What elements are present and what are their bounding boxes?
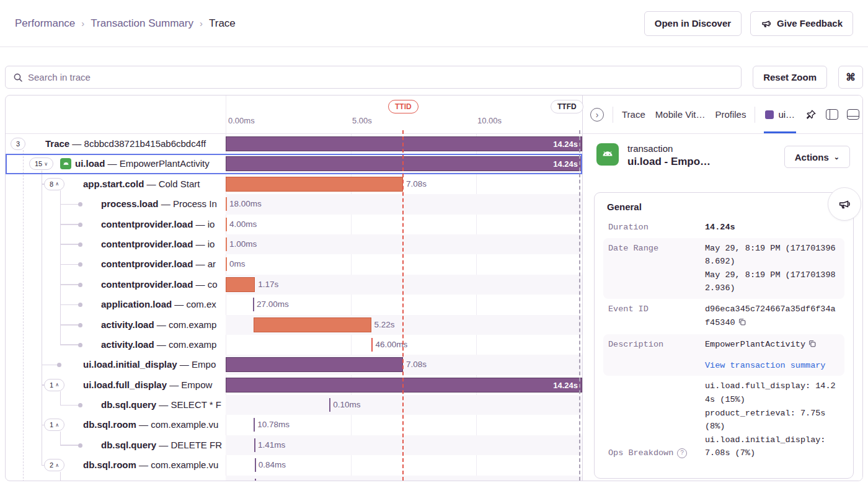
ttfd-marker-pill[interactable]: TTFD <box>551 100 583 113</box>
ops-breakdown-values: ui.load.full_display: 14.24s (15%)produc… <box>705 379 839 460</box>
span-duration-bar[interactable]: 14.24s <box>226 136 582 151</box>
tab-trace[interactable]: Trace <box>622 109 645 120</box>
span-duration-tick <box>226 237 227 251</box>
tree-guide <box>60 324 78 326</box>
megaphone-icon <box>838 197 851 211</box>
transaction-kind: transaction <box>627 143 784 154</box>
layout-left-icon[interactable] <box>826 109 838 120</box>
collapse-panel-icon[interactable]: › <box>590 108 604 122</box>
ttid-marker-pill[interactable]: TTID <box>388 100 418 113</box>
span-count-pill[interactable]: 2∧ <box>44 459 64 471</box>
span-count-label: 8 <box>50 180 53 188</box>
give-feedback-button[interactable]: Give Feedback <box>750 11 853 36</box>
duration-row: Duration 14.24s <box>603 217 844 238</box>
event-id-row: Event ID d96eca345c724667a35df6f34af4534… <box>603 299 844 334</box>
span-count-pill[interactable]: 8∧ <box>44 178 64 190</box>
span-duration-bar[interactable] <box>226 277 255 292</box>
row-stripe <box>226 275 582 295</box>
tab-mobile-vit-[interactable]: Mobile Vit… <box>655 109 706 120</box>
span-duration-label: 5.22s <box>374 315 395 335</box>
span-row[interactable]: db.sql.query — SELECT * F0.10ms <box>6 395 582 415</box>
span-name: ui.load.initial_display — Empo <box>83 355 226 375</box>
breadcrumb: Performance › Transaction Summary › Trac… <box>15 17 236 30</box>
span-duration-bar[interactable]: 14.24s <box>226 378 582 393</box>
android-icon <box>60 158 71 169</box>
breadcrumb-performance[interactable]: Performance <box>15 17 75 30</box>
span-name: ui.load — EmpowerPlantActivity <box>75 154 226 174</box>
span-row[interactable]: activity.load — com.examp46.00ms <box>6 335 582 355</box>
span-row[interactable]: contentprovider.load — ar0ms <box>6 254 582 274</box>
view-transaction-summary-link[interactable]: View transaction summary <box>705 359 825 373</box>
span-count-pill[interactable]: 3 <box>11 138 25 150</box>
search-input[interactable] <box>28 72 733 82</box>
span-duration-bar[interactable] <box>226 357 403 372</box>
span-count-pill[interactable]: 1∧ <box>44 419 64 431</box>
span-row[interactable]: process.load — Process In18.00ms <box>6 194 582 214</box>
span-count-pill[interactable]: 15∨ <box>29 157 53 170</box>
tree-guide-line <box>60 190 61 345</box>
tree-guide <box>42 365 57 366</box>
open-in-discover-button[interactable]: Open in Discover <box>644 11 742 36</box>
span-row[interactable]: 2∧db.sql.room — com.example.vu0.84ms <box>6 455 582 475</box>
span-row[interactable]: db.sql.query — INSERT OR2.78ms <box>6 476 582 481</box>
pin-tab-icon[interactable] <box>805 109 817 121</box>
help-icon[interactable]: ? <box>677 448 687 458</box>
axis-tick-0: 0.00ms <box>228 116 255 125</box>
span-row[interactable]: contentprovider.load — co1.17s <box>6 275 582 295</box>
span-row[interactable]: ui.load.initial_display — Empo7.08s <box>6 355 582 375</box>
span-row[interactable]: db.sql.query — DELETE FR1.41ms <box>6 435 582 455</box>
active-tab-label: ui… <box>778 109 795 120</box>
reset-zoom-button[interactable]: Reset Zoom <box>753 66 827 89</box>
tree-guide <box>60 224 78 225</box>
ttfd-marker-line <box>579 130 580 481</box>
span-count-pill[interactable]: 1∧ <box>44 379 64 391</box>
tree-guide-dot <box>78 343 82 347</box>
tab-profiles[interactable]: Profiles <box>715 109 746 120</box>
span-row[interactable]: 3Trace — 8cbbcd38721b415ab6cbdc4ff14.24s <box>6 134 582 154</box>
span-duration-bar[interactable]: 14.24s <box>226 156 582 171</box>
span-name: activity.load — com.examp <box>101 335 226 355</box>
tree-guide <box>60 405 78 406</box>
tree-guide-dot <box>78 403 82 407</box>
span-row[interactable]: 1∧ui.load.full_display — Empow14.24s <box>6 375 582 395</box>
span-row[interactable]: contentprovider.load — io4.00ms <box>6 215 582 234</box>
span-duration-tick <box>329 398 330 412</box>
span-duration-label: 1.41ms <box>258 435 285 455</box>
tree-guide-dot <box>57 363 61 367</box>
actions-button[interactable]: Actions ⌄ <box>784 146 850 168</box>
feedback-float-button[interactable] <box>828 187 861 221</box>
span-name: activity.load — com.examp <box>101 315 226 335</box>
span-name: db.sql.query — INSERT OR <box>101 476 226 481</box>
command-shortcut-button[interactable]: ⌘ <box>838 66 863 89</box>
copy-icon[interactable] <box>808 339 817 353</box>
span-duration-label: 7.08s <box>406 355 427 375</box>
transaction-meta: transaction ui.load - Empo… <box>627 143 784 168</box>
span-name: process.load — Process In <box>101 194 226 214</box>
span-duration-bar[interactable] <box>226 177 403 192</box>
tree-guide-dot <box>78 303 82 307</box>
description-row: Description EmpowerPlantActivity View tr… <box>603 334 844 376</box>
search-box[interactable] <box>5 66 742 89</box>
tree-guide-dot <box>78 283 82 287</box>
span-duration-bar[interactable] <box>254 317 371 332</box>
layout-bottom-icon[interactable] <box>847 109 859 120</box>
span-duration-label: 27.00ms <box>257 295 289 314</box>
span-row[interactable]: activity.load — com.examp5.22s <box>6 315 582 335</box>
span-row[interactable]: 15∨ui.load — EmpowerPlantActivity14.24s <box>6 154 582 174</box>
span-duration-label: 14.24s <box>553 157 578 172</box>
span-row[interactable]: 8∧app.start.cold — Cold Start7.08s <box>6 174 582 194</box>
span-color-swatch <box>765 110 774 119</box>
trace-view: 0.00ms 5.00s 10.00s TTID TTFD 3Trace — 8… <box>5 95 863 481</box>
copy-icon[interactable] <box>738 317 746 331</box>
span-name: db.sql.room — com.example.vu <box>83 415 226 435</box>
span-row[interactable]: application.load — com.ex27.00ms <box>6 295 582 314</box>
breadcrumb-transaction-summary[interactable]: Transaction Summary <box>91 17 193 30</box>
event-id-value: d96eca345c724667a35df6f34af45340 <box>705 303 839 331</box>
tree-guide-dot <box>78 242 82 247</box>
tree-guide <box>60 344 78 345</box>
span-row[interactable]: 1∧db.sql.room — com.example.vu10.78ms <box>6 415 582 435</box>
tab-ui-load-active[interactable]: ui… <box>764 95 796 133</box>
span-duration-tick <box>371 338 373 352</box>
general-heading: General <box>607 202 844 212</box>
span-row[interactable]: contentprovider.load — io1.00ms <box>6 234 582 254</box>
